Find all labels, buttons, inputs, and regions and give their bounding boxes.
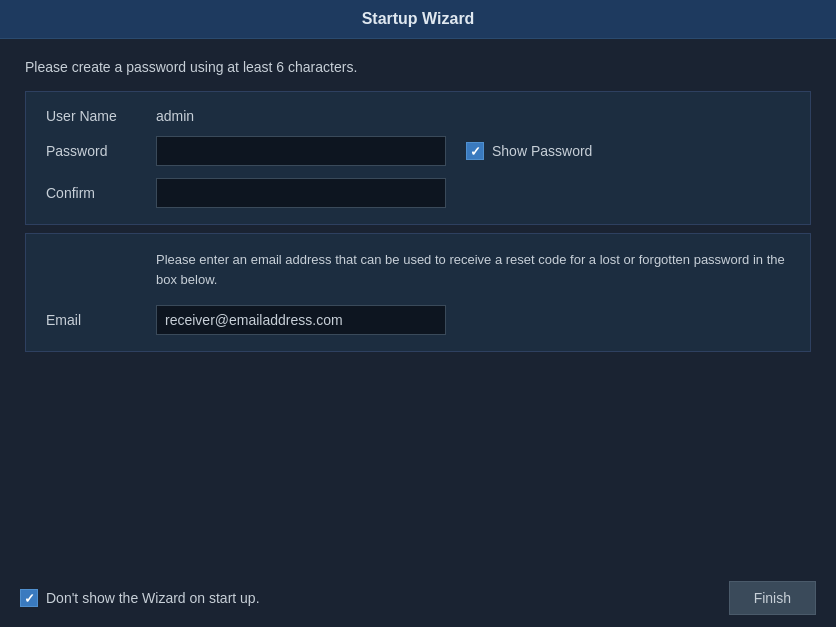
confirm-input[interactable] <box>156 178 446 208</box>
show-password-checkbox[interactable] <box>466 142 484 160</box>
confirm-row: Confirm <box>46 178 790 208</box>
username-label: User Name <box>46 108 156 124</box>
main-content: Please create a password using at least … <box>0 39 836 571</box>
finish-button[interactable]: Finish <box>729 581 816 615</box>
email-row: Email <box>46 305 790 335</box>
title-text: Startup Wizard <box>362 10 475 27</box>
username-value: admin <box>156 108 194 124</box>
dont-show-checkbox[interactable] <box>20 589 38 607</box>
email-description: Please enter an email address that can b… <box>46 250 790 289</box>
credentials-section: User Name admin Password Show Password C… <box>25 91 811 225</box>
show-password-label: Show Password <box>492 143 592 159</box>
email-label: Email <box>46 312 156 328</box>
dont-show-group: Don't show the Wizard on start up. <box>20 589 260 607</box>
username-row: User Name admin <box>46 108 790 124</box>
instruction-text: Please create a password using at least … <box>25 59 811 75</box>
confirm-label: Confirm <box>46 185 156 201</box>
email-input[interactable] <box>156 305 446 335</box>
password-label: Password <box>46 143 156 159</box>
show-password-group: Show Password <box>466 142 592 160</box>
title-bar: Startup Wizard <box>0 0 836 39</box>
email-section: Please enter an email address that can b… <box>25 233 811 352</box>
bottom-bar: Don't show the Wizard on start up. Finis… <box>0 571 836 627</box>
password-input[interactable] <box>156 136 446 166</box>
dont-show-label: Don't show the Wizard on start up. <box>46 590 260 606</box>
password-row: Password Show Password <box>46 136 790 166</box>
